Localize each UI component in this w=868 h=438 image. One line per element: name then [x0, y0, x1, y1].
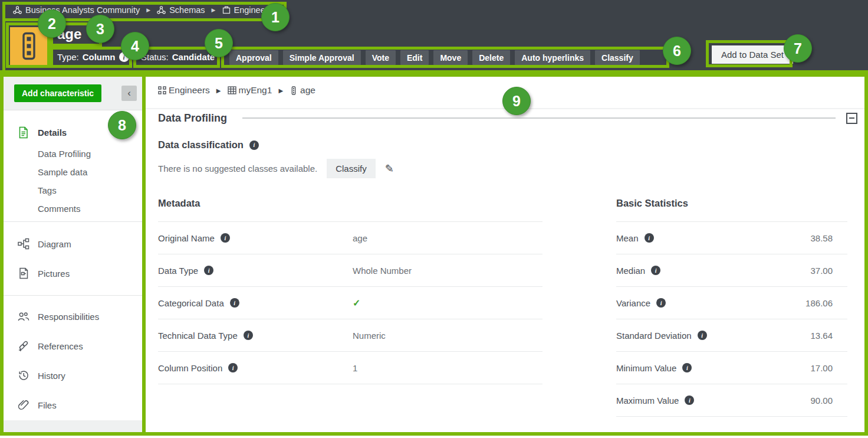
metadata-title: Metadata: [158, 198, 542, 209]
sidebar-item-history[interactable]: History: [0, 361, 145, 390]
breadcrumb-arrow-icon: ▶: [146, 7, 150, 13]
add-to-dataset-button[interactable]: Add to Data Set: [712, 45, 793, 64]
simple-approval-button[interactable]: Simple Approval: [283, 50, 361, 65]
metadata-section: Metadata Original Namei age Data Typei W…: [158, 198, 542, 384]
top-breadcrumb: Business Analysts Community ▶ Schemas ▶ …: [13, 5, 272, 15]
metadata-table: Original Namei age Data Typei Whole Numb…: [158, 221, 542, 384]
info-icon[interactable]: i: [651, 266, 660, 275]
sidebar-item-diagram[interactable]: Diagram: [0, 229, 145, 259]
edit-button[interactable]: Edit: [400, 50, 429, 65]
sidebar-group-visuals: Diagram Pictures: [0, 221, 145, 295]
breadcrumb-item-engineers[interactable]: Engineers: [222, 5, 272, 15]
table-row: Data Typei Whole Number: [158, 254, 542, 287]
info-icon[interactable]: i: [221, 233, 230, 243]
approval-button[interactable]: Approval: [229, 50, 278, 65]
table-row: Mediani 37.00: [616, 254, 847, 287]
pictures-icon: [18, 267, 29, 280]
sidebar-item-references[interactable]: References: [0, 331, 145, 361]
table-row: Meani 38.58: [616, 222, 847, 254]
asset-type: Type: Column i: [57, 52, 129, 62]
info-icon[interactable]: i: [249, 140, 259, 150]
row-label: Standard Deviation: [616, 331, 692, 341]
sidebar-item-sample-data[interactable]: Sample data: [0, 163, 145, 181]
collapse-section-icon[interactable]: [846, 113, 857, 124]
sidebar-group-general: Responsibilities References: [0, 295, 145, 423]
row-label: Technical Data Type: [158, 331, 238, 341]
classification-message: There is no suggested classes available.: [158, 164, 317, 174]
row-label: Mean: [616, 233, 639, 243]
info-icon[interactable]: i: [204, 266, 213, 275]
row-label: Maximum Value: [616, 395, 679, 406]
data-classification-title: Data classification: [158, 139, 244, 151]
page-title: age: [57, 26, 81, 43]
table-row: Minimum Valuei 17.00: [616, 352, 847, 384]
sidebar-group-details: Details Data Profiling Sample data Tags …: [0, 110, 145, 221]
info-icon[interactable]: i: [119, 52, 129, 62]
sidebar-item-pictures[interactable]: Pictures: [0, 259, 145, 288]
main-panel: Engineers ▶ myEng1 ▶ age: [145, 77, 868, 432]
sidebar-item-tags[interactable]: Tags: [0, 181, 145, 200]
info-icon[interactable]: i: [645, 233, 654, 243]
info-icon[interactable]: i: [698, 331, 707, 340]
breadcrumb-label: Engineers: [169, 85, 210, 96]
sidebar: Add characteristic ‹ Details Data Profil…: [0, 77, 145, 432]
table-row: Original Namei age: [158, 222, 542, 254]
info-icon[interactable]: i: [682, 363, 692, 372]
row-label: Median: [616, 266, 645, 276]
info-icon[interactable]: i: [656, 298, 666, 308]
breadcrumb-item-age[interactable]: age: [290, 85, 315, 96]
table-icon: [228, 86, 236, 94]
row-value: 13.64: [810, 331, 833, 341]
row-value: 90.00: [810, 395, 833, 406]
sidebar-item-label: Responsibilities: [38, 312, 99, 322]
delete-button[interactable]: Delete: [472, 50, 510, 65]
row-label: Minimum Value: [616, 363, 676, 373]
references-icon: [18, 339, 29, 352]
breadcrumb-item-engineers[interactable]: Engineers: [158, 85, 210, 96]
sidebar-item-label: Files: [38, 400, 57, 410]
sidebar-item-comments[interactable]: Comments: [0, 200, 145, 218]
breadcrumb-label: Schemas: [169, 5, 205, 15]
breadcrumb-item-myeng1[interactable]: myEng1: [228, 85, 272, 96]
row-value: Whole Number: [353, 266, 412, 276]
row-value: 38.58: [810, 233, 833, 243]
sidebar-item-responsibilities[interactable]: Responsibilities: [0, 302, 145, 331]
sidebar-item-label: Details: [38, 128, 67, 138]
collapse-sidebar-button[interactable]: ‹: [121, 86, 137, 101]
info-icon[interactable]: i: [244, 331, 253, 340]
basic-statistics-section: Basic Statistics Meani 38.58 Mediani 37.…: [616, 198, 847, 417]
sidebar-item-details[interactable]: Details: [0, 120, 145, 145]
breadcrumb-item-community[interactable]: Business Analysts Community: [13, 5, 140, 15]
statistics-table: Meani 38.58 Mediani 37.00 Variancei 186.…: [616, 221, 847, 417]
table-row: Variancei 186.06: [616, 287, 847, 319]
data-classification-header: Data classification i: [158, 139, 259, 151]
table-row: Column Positioni 1: [158, 352, 542, 384]
breadcrumb-label: age: [300, 85, 315, 96]
classify-button[interactable]: Classify: [327, 159, 376, 178]
vote-button[interactable]: Vote: [366, 50, 396, 65]
header: Business Analysts Community ▶ Schemas ▶ …: [0, 0, 868, 77]
history-icon: [18, 369, 29, 382]
schema-icon: [158, 86, 166, 94]
row-value: 186.06: [805, 298, 833, 308]
auto-hyperlinks-button[interactable]: Auto hyperlinks: [515, 50, 590, 65]
row-value: 1: [353, 363, 357, 373]
status-label: Status:: [141, 52, 169, 62]
classify-button[interactable]: Classify: [595, 50, 640, 65]
sidebar-item-data-profiling[interactable]: Data Profiling: [0, 145, 145, 163]
move-button[interactable]: Move: [433, 50, 468, 65]
info-icon[interactable]: i: [685, 395, 694, 405]
sidebar-item-files[interactable]: Files: [0, 390, 145, 420]
info-icon[interactable]: i: [228, 363, 238, 372]
type-value: Column: [83, 52, 116, 62]
schema-icon: [222, 6, 231, 14]
edit-pencil-icon[interactable]: ✎: [385, 162, 394, 175]
table-row: Technical Data Typei Numeric: [158, 319, 542, 352]
row-value: 37.00: [810, 266, 833, 276]
add-characteristic-button[interactable]: Add characteristic: [14, 84, 101, 102]
info-icon[interactable]: i: [230, 298, 239, 308]
community-icon: [157, 6, 166, 14]
sidebar-item-label: History: [38, 371, 65, 381]
breadcrumb-item-schemas[interactable]: Schemas: [157, 5, 205, 15]
table-row: Categorical Datai ✓: [158, 287, 542, 319]
